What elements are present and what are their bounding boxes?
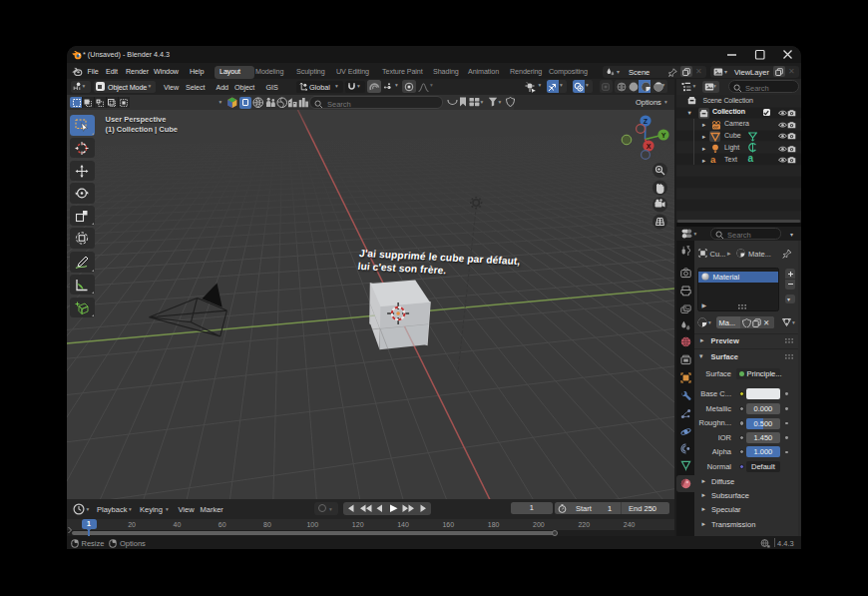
svg-text:Y: Y <box>661 132 666 139</box>
svg-text:Z: Z <box>644 118 649 125</box>
svg-text:X: X <box>647 143 651 150</box>
